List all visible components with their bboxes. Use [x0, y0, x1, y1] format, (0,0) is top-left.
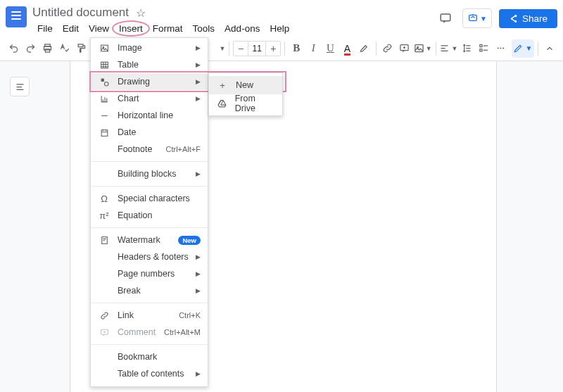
- menu-label: From Drive: [235, 94, 275, 113]
- menu-edit[interactable]: Edit: [58, 21, 84, 36]
- insert-date[interactable]: Date: [91, 124, 208, 141]
- menu-label: New: [236, 80, 253, 90]
- drawing-from-drive[interactable]: From Drive: [209, 94, 282, 113]
- submenu-arrow-icon: ▶: [196, 253, 201, 260]
- svg-rect-10: [480, 49, 482, 51]
- checklist-button[interactable]: [476, 39, 491, 58]
- highlight-button[interactable]: [357, 39, 372, 58]
- italic-button[interactable]: I: [305, 39, 321, 58]
- star-icon[interactable]: ☆: [136, 6, 146, 20]
- svg-rect-17: [101, 78, 103, 81]
- hide-menus-button[interactable]: [542, 39, 557, 58]
- menu-separator: [91, 344, 208, 345]
- text-color-button[interactable]: A: [339, 39, 355, 58]
- table-icon: [98, 61, 110, 70]
- plus-icon: +: [216, 80, 229, 91]
- insert-image[interactable]: Image ▶: [91, 39, 208, 56]
- chart-icon: [98, 94, 110, 103]
- document-title[interactable]: Untitled document: [32, 6, 129, 20]
- redo-button[interactable]: [23, 39, 38, 58]
- menu-label: Break: [118, 286, 141, 296]
- menu-insert[interactable]: Insert: [114, 21, 148, 36]
- shortcut-label: Ctrl+Alt+M: [164, 328, 201, 336]
- menu-tools[interactable]: Tools: [188, 21, 220, 36]
- share-button[interactable]: Share: [499, 9, 557, 28]
- header: Untitled document ☆ File Edit View Inser…: [0, 0, 563, 36]
- menu-label: Date: [118, 127, 136, 137]
- shortcut-label: Ctrl+Alt+F: [165, 145, 201, 153]
- docs-logo[interactable]: [6, 6, 27, 27]
- insert-footnote[interactable]: Footnote Ctrl+Alt+F: [91, 141, 208, 158]
- submenu-arrow-icon: ▶: [196, 287, 201, 294]
- insert-bookmark[interactable]: Bookmark: [91, 348, 208, 365]
- print-button[interactable]: [39, 39, 55, 58]
- menu-label: Table: [118, 60, 139, 70]
- menu-bar: File Edit View Insert Format Tools Add-o…: [32, 21, 436, 36]
- comments-history-icon[interactable]: [436, 8, 455, 28]
- menu-help[interactable]: Help: [265, 21, 294, 36]
- drawing-submenu: + New From Drive: [208, 72, 283, 116]
- svg-rect-5: [78, 44, 83, 47]
- insert-page-numbers[interactable]: Page numbers ▶: [91, 265, 208, 282]
- insert-comment-button[interactable]: [397, 39, 412, 58]
- menu-label: Horizontal line: [118, 110, 173, 120]
- insert-building-blocks[interactable]: Building blocks ▶: [91, 165, 208, 182]
- svg-rect-0: [441, 14, 450, 21]
- menu-view[interactable]: View: [84, 21, 114, 36]
- submenu-arrow-icon: ▶: [196, 78, 201, 85]
- left-rail: [0, 61, 39, 392]
- outline-toggle[interactable]: [10, 77, 30, 96]
- titlebar: Untitled document ☆ File Edit View Inser…: [32, 6, 436, 36]
- underline-button[interactable]: U: [322, 39, 338, 58]
- insert-link-button[interactable]: [379, 39, 395, 58]
- right-gutter: [526, 61, 563, 392]
- font-size-control[interactable]: − 11 +: [233, 41, 281, 56]
- present-button[interactable]: ▼: [462, 8, 492, 28]
- pi-icon: π²: [98, 210, 110, 221]
- insert-drawing[interactable]: Drawing ▶: [91, 73, 208, 90]
- editing-mode-button[interactable]: ▼: [512, 39, 534, 58]
- insert-equation[interactable]: π² Equation: [91, 207, 208, 224]
- align-button[interactable]: ▼: [439, 39, 457, 58]
- submenu-arrow-icon: ▶: [196, 270, 201, 277]
- spellcheck-button[interactable]: [56, 39, 72, 58]
- bold-button[interactable]: B: [289, 39, 304, 58]
- insert-chart[interactable]: Chart ▶: [91, 90, 208, 107]
- paint-format-button[interactable]: [73, 39, 89, 58]
- insert-watermark[interactable]: Watermark New: [91, 232, 208, 248]
- menu-label: Chart: [118, 94, 139, 103]
- insert-link[interactable]: Link Ctrl+K: [91, 307, 208, 324]
- more-button[interactable]: [493, 39, 509, 58]
- shortcut-label: Ctrl+K: [179, 311, 201, 320]
- menu-file[interactable]: File: [32, 21, 58, 36]
- insert-headers-footers[interactable]: Headers & footers ▶: [91, 248, 208, 265]
- drawing-new[interactable]: + New: [209, 76, 282, 94]
- menu-label: Link: [118, 310, 134, 320]
- insert-image-button[interactable]: ▼: [414, 39, 432, 58]
- separator: [229, 42, 229, 56]
- font-size-increase[interactable]: +: [266, 43, 280, 54]
- menu-format[interactable]: Format: [148, 21, 188, 36]
- insert-break[interactable]: Break ▶: [91, 282, 208, 299]
- svg-point-11: [498, 48, 499, 49]
- insert-table[interactable]: Table ▶: [91, 56, 208, 73]
- separator: [284, 42, 285, 56]
- svg-point-18: [104, 82, 108, 85]
- image-icon: [98, 44, 110, 53]
- menu-addons[interactable]: Add-ons: [220, 21, 265, 36]
- insert-table-of-contents[interactable]: Table of contents ▶: [91, 365, 208, 382]
- line-spacing-button[interactable]: [459, 39, 474, 58]
- insert-horizontal-line[interactable]: Horizontal line: [91, 107, 208, 124]
- separator: [436, 42, 436, 56]
- separator: [538, 42, 538, 56]
- font-size-value[interactable]: 11: [248, 42, 266, 56]
- font-size-decrease[interactable]: −: [234, 43, 248, 54]
- styles-caret[interactable]: ▼: [219, 45, 225, 52]
- share-label: Share: [522, 13, 548, 24]
- menu-label: Headers & footers: [118, 252, 189, 262]
- separator: [376, 42, 377, 56]
- menu-label: Table of contents: [118, 369, 184, 379]
- insert-special-characters[interactable]: Ω Special characters: [91, 190, 208, 207]
- link-icon: [98, 311, 110, 320]
- undo-button[interactable]: [6, 39, 21, 58]
